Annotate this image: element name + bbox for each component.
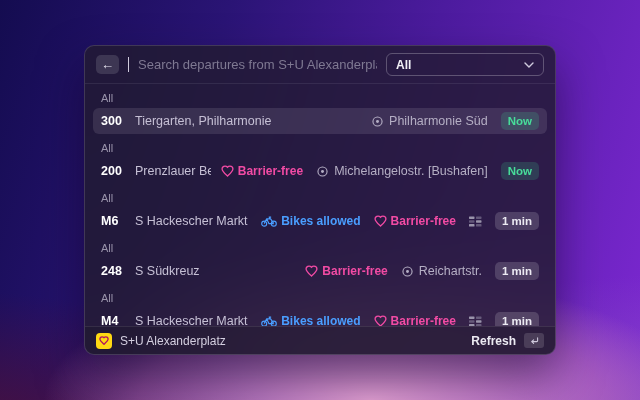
arrow-left-icon: ← [101,58,114,71]
group-label: All [85,190,555,206]
destination-label: Prenzlauer Berg, Michelangelostr. [135,164,211,178]
bikes-allowed-label: Bikes allowed [281,214,360,228]
destination-label: S Hackescher Markt [135,214,251,228]
target-icon [401,265,414,278]
line-number: 248 [101,264,125,278]
barrier-free-label: Barrier-free [391,314,456,326]
group-label: All [85,290,555,306]
line-number: 300 [101,114,125,128]
barrier-free-label: Barrier-free [391,214,456,228]
heart-icon [374,315,387,326]
current-station-label: S+U Alexanderplatz [120,334,463,348]
line-number: M4 [101,314,125,326]
occupancy-icon [469,316,482,327]
departures-panel: ← All All 300 Tiergarten, Philharmonie [84,45,556,355]
heart-icon [374,215,387,227]
time-badge: Now [501,112,539,130]
filter-dropdown-value: All [396,58,518,72]
time-badge: 1 min [495,212,539,230]
app-icon [96,333,112,349]
departure-row-200[interactable]: 200 Prenzlauer Berg, Michelangelostr. Ba… [93,158,547,184]
departure-row-300[interactable]: 300 Tiergarten, Philharmonie Philharmoni… [93,108,547,134]
chevron-down-icon [524,62,534,68]
target-icon [316,165,329,178]
heart-icon [99,336,109,345]
departure-group: All M4 S Hackescher Markt Bikes allowed [85,286,555,326]
bikes-allowed-label: Bikes allowed [281,314,360,326]
departure-group: All 248 S Südkreuz Barrier-free [85,236,555,284]
departure-row-m6[interactable]: M6 S Hackescher Markt Bikes allowed [93,208,547,234]
heart-icon [305,265,318,277]
group-label: All [85,90,555,106]
direction-label: Reichartstr. [419,264,482,278]
bicycle-icon [261,216,277,227]
time-badge: Now [501,162,539,180]
filter-dropdown[interactable]: All [386,53,544,76]
destination-label: Tiergarten, Philharmonie [135,114,361,128]
target-icon [371,115,384,128]
status-bar: S+U Alexanderplatz Refresh [85,326,555,354]
destination-label: S Hackescher Markt [135,314,251,326]
departure-row-248[interactable]: 248 S Südkreuz Barrier-free R [93,258,547,284]
time-badge: 1 min [495,262,539,280]
line-number: M6 [101,214,125,228]
barrier-free-label: Barrier-free [322,264,387,278]
departure-group: All 200 Prenzlauer Berg, Michelangelostr… [85,136,555,184]
departure-row-m4[interactable]: M4 S Hackescher Markt Bikes allowed [93,308,547,326]
departures-list: All 300 Tiergarten, Philharmonie Philhar… [85,84,555,326]
direction-label: Philharmonie Süd [389,114,488,128]
search-header: ← All [85,46,555,84]
group-label: All [85,240,555,256]
back-button[interactable]: ← [96,55,119,74]
refresh-button[interactable]: Refresh [471,334,516,348]
line-number: 200 [101,164,125,178]
barrier-free-label: Barrier-free [238,164,303,178]
departure-group: All 300 Tiergarten, Philharmonie Philhar… [85,86,555,134]
heart-icon [221,165,234,177]
bicycle-icon [261,316,277,327]
direction-label: Michelangelostr. [Bushafen] [334,164,488,178]
group-label: All [85,140,555,156]
text-cursor [128,57,129,72]
destination-label: S Südkreuz [135,264,295,278]
departure-group: All M6 S Hackescher Markt Bikes allowed [85,186,555,234]
enter-key-icon [524,333,544,348]
search-input[interactable] [138,57,377,72]
occupancy-icon [469,216,482,227]
time-badge: 1 min [495,312,539,326]
